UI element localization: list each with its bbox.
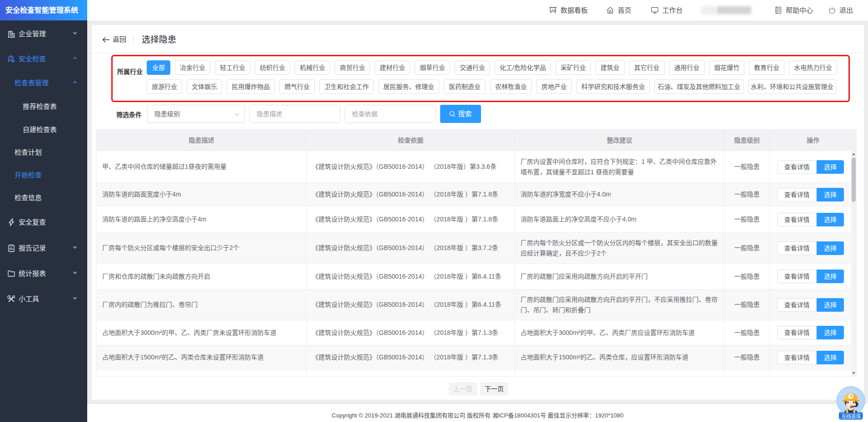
svg-text:在线咨询: 在线咨询 [842,413,861,419]
